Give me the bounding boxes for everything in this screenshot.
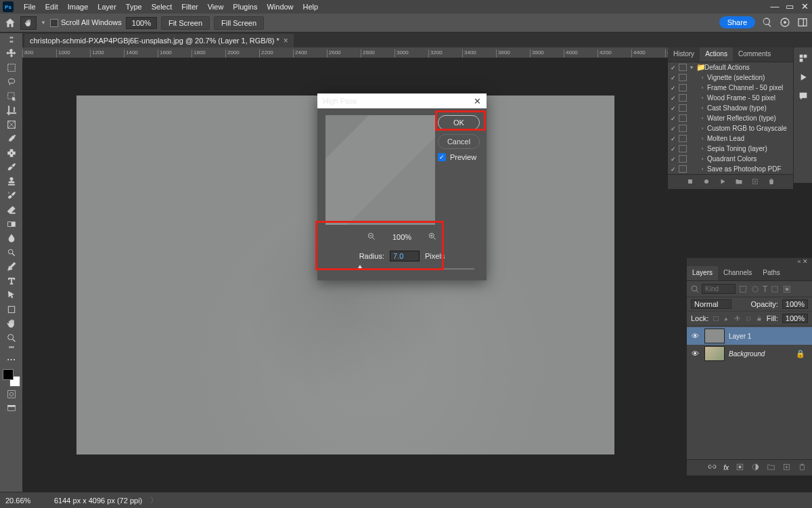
action-item[interactable]: ✓›Save as Photoshop PDF xyxy=(668,164,793,174)
close-icon[interactable]: ✕ xyxy=(797,0,812,14)
history-brush-tool[interactable] xyxy=(3,189,20,203)
tab-actions[interactable]: Actions xyxy=(700,47,733,62)
mask-icon[interactable] xyxy=(736,463,744,473)
layer-kind-filter[interactable] xyxy=(702,284,736,294)
zoom-in-icon[interactable] xyxy=(428,232,437,242)
gradient-tool[interactable] xyxy=(3,217,20,231)
object-select-tool[interactable] xyxy=(3,89,20,103)
layer-row[interactable]: 👁 Layer 1 xyxy=(687,327,812,345)
action-item[interactable]: ✓›Water Reflection (type) xyxy=(668,113,793,123)
maximize-icon[interactable]: ▭ xyxy=(782,0,797,14)
menu-type[interactable]: Type xyxy=(121,0,147,14)
cancel-button[interactable]: Cancel xyxy=(438,134,480,149)
tab-comments[interactable]: Comments xyxy=(733,47,776,62)
layer-thumbnail[interactable] xyxy=(704,329,725,343)
crop-tool[interactable] xyxy=(3,104,20,117)
screenmode-icon[interactable] xyxy=(3,402,20,415)
share-button[interactable]: Share xyxy=(719,16,755,28)
menu-filter[interactable]: Filter xyxy=(177,0,202,14)
filter-pixel-icon[interactable] xyxy=(738,284,748,294)
comment-icon[interactable] xyxy=(798,91,809,103)
trash-icon[interactable] xyxy=(767,177,775,187)
status-dimensions[interactable]: 6144 px x 4096 px (72 ppi) xyxy=(54,496,142,505)
action-item[interactable]: ✓›Cast Shadow (type) xyxy=(668,103,793,113)
action-item[interactable]: ✓›Wood Frame - 50 pixel xyxy=(668,93,793,103)
path-select-tool[interactable] xyxy=(3,289,20,302)
pen-tool[interactable] xyxy=(3,260,20,274)
home-icon[interactable] xyxy=(4,17,16,29)
new-set-icon[interactable] xyxy=(735,177,743,187)
opacity-field[interactable]: 100% xyxy=(782,299,808,309)
layer-name[interactable]: Background xyxy=(729,350,765,358)
foreground-color-swatch[interactable] xyxy=(3,369,14,380)
action-item[interactable]: ✓›Vignette (selection) xyxy=(668,72,793,83)
status-zoom[interactable]: 20.66% xyxy=(5,496,46,505)
fx-icon[interactable]: fx xyxy=(723,464,729,471)
action-item[interactable]: ✓›Custom RGB to Grayscale xyxy=(668,123,793,133)
minimize-icon[interactable]: — xyxy=(767,0,782,14)
hand-tool-indicator[interactable] xyxy=(20,16,37,30)
dialog-preview[interactable] xyxy=(325,115,435,225)
dodge-tool[interactable] xyxy=(3,246,20,259)
fill-screen-button[interactable]: Fill Screen xyxy=(214,16,264,30)
play-icon[interactable] xyxy=(798,72,809,84)
type-tool[interactable] xyxy=(3,274,20,288)
zoom-tool[interactable] xyxy=(3,331,20,345)
action-item[interactable]: ✓›Molten Lead xyxy=(668,133,793,144)
menu-file[interactable]: File xyxy=(19,0,41,14)
group-icon[interactable] xyxy=(767,463,775,473)
brush-tool[interactable] xyxy=(3,161,20,174)
heal-tool[interactable] xyxy=(3,146,20,160)
eraser-tool[interactable] xyxy=(3,203,20,217)
menu-window[interactable]: Window xyxy=(262,0,298,14)
lock-pixels-icon[interactable] xyxy=(713,315,719,322)
layer-thumbnail[interactable] xyxy=(704,346,725,361)
blend-mode-select[interactable]: Normal xyxy=(691,299,731,309)
visibility-icon[interactable]: 👁 xyxy=(690,350,700,358)
play-action-icon[interactable] xyxy=(719,177,727,187)
radius-input[interactable] xyxy=(390,251,420,261)
tab-layers[interactable]: Layers xyxy=(687,266,718,280)
dialog-titlebar[interactable]: High Pass ✕ xyxy=(317,93,487,108)
panel-layout-icon[interactable] xyxy=(797,17,808,29)
blur-tool[interactable] xyxy=(3,232,20,245)
dialog-close-icon[interactable]: ✕ xyxy=(474,96,481,106)
tab-history[interactable]: History xyxy=(668,47,700,62)
layer-row[interactable]: 👁 Background 🔒 xyxy=(687,345,812,362)
fill-field[interactable]: 100% xyxy=(782,314,808,323)
move-tool[interactable] xyxy=(3,47,20,60)
adjustment-icon[interactable] xyxy=(751,463,760,473)
zoom-field[interactable]: 100% xyxy=(126,17,157,29)
filter-type-icon[interactable]: T xyxy=(763,284,767,294)
radius-slider[interactable] xyxy=(330,268,474,270)
menu-edit[interactable]: Edit xyxy=(41,0,63,14)
tab-paths[interactable]: Paths xyxy=(757,266,786,280)
action-item[interactable]: ✓›Sepia Toning (layer) xyxy=(668,144,793,154)
close-tab-icon[interactable]: × xyxy=(284,36,288,45)
action-item[interactable]: ✓›Frame Channel - 50 pixel xyxy=(668,83,793,93)
lock-move-icon[interactable] xyxy=(734,315,741,322)
stamp-tool[interactable] xyxy=(3,175,20,188)
menu-select[interactable]: Select xyxy=(147,0,177,14)
delete-layer-icon[interactable] xyxy=(798,463,807,473)
workspace-icon[interactable] xyxy=(780,17,790,29)
shape-tool[interactable] xyxy=(3,303,20,316)
quickmask-icon[interactable] xyxy=(3,387,20,401)
eyedropper-tool[interactable] xyxy=(3,132,20,146)
new-layer-icon[interactable] xyxy=(782,463,791,473)
ok-button[interactable]: OK xyxy=(438,115,480,130)
tab-channels[interactable]: Channels xyxy=(718,266,757,280)
menu-layer[interactable]: Layer xyxy=(93,0,121,14)
menu-view[interactable]: View xyxy=(203,0,229,14)
filter-smart-icon[interactable] xyxy=(782,284,792,294)
scroll-all-checkbox[interactable]: Scroll All Windows xyxy=(50,18,122,27)
record-icon[interactable] xyxy=(702,177,710,187)
stop-icon[interactable] xyxy=(686,177,694,187)
search-icon[interactable] xyxy=(762,17,773,29)
slider-handle[interactable] xyxy=(357,265,363,270)
document-tab[interactable]: christoph-schmid-PXAP4PGBj6E-unsplash.jp… xyxy=(24,33,294,47)
action-item[interactable]: ✓›Quadrant Colors xyxy=(668,154,793,164)
lasso-tool[interactable] xyxy=(3,75,20,89)
hand-tool[interactable] xyxy=(3,317,20,331)
menu-image[interactable]: Image xyxy=(63,0,93,14)
